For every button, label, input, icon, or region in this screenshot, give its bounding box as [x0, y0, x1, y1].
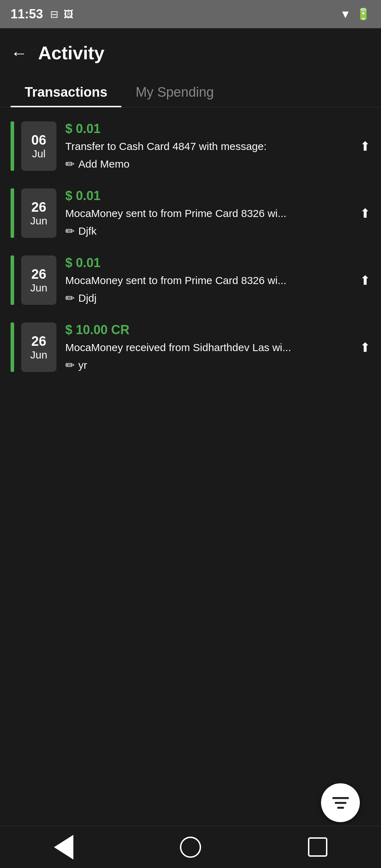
recent-nav-icon: [308, 837, 327, 857]
edit-icon: ✏: [65, 157, 75, 171]
cloud-upload-icon[interactable]: ⬆: [360, 340, 370, 355]
transaction-amount: $ 10.00 CR: [65, 323, 370, 337]
status-bar: 11:53 ⊟ 🖼 ▼ 🔋: [0, 0, 381, 28]
transaction-details: $ 0.01 MocaMoney sent to from Prime Card…: [65, 188, 370, 238]
date-day: 26: [31, 334, 46, 349]
nav-home-button[interactable]: [176, 833, 205, 861]
date-badge: 26 Jun: [21, 188, 56, 238]
cloud-upload-icon[interactable]: ⬆: [360, 206, 370, 221]
memo-row[interactable]: ✏ yr: [65, 358, 370, 372]
filter-icon: [331, 793, 350, 813]
edit-icon: ✏: [65, 291, 75, 305]
wifi-icon: ▼: [340, 8, 351, 21]
nav-back-button[interactable]: [49, 833, 78, 861]
transaction-row: MocaMoney sent to from Prime Card 8326 w…: [65, 206, 370, 221]
transaction-details: $ 0.01 MocaMoney sent to from Prime Card…: [65, 255, 370, 305]
tab-bar: Transactions My Spending: [0, 78, 381, 107]
page-title: Activity: [38, 42, 104, 64]
back-button[interactable]: ←: [11, 43, 28, 63]
bottom-nav: [0, 826, 381, 868]
table-row: 26 Jun $ 0.01 MocaMoney sent to from Pri…: [0, 248, 381, 312]
date-month: Jun: [30, 349, 47, 361]
date-month: Jun: [30, 215, 47, 227]
transaction-row: Transfer to Cash Card 4847 with message:…: [65, 139, 370, 154]
transaction-row: MocaMoney sent to from Prime Card 8326 w…: [65, 273, 370, 288]
green-indicator: [11, 121, 14, 171]
date-day: 26: [31, 200, 46, 215]
transaction-details: $ 10.00 CR MocaMoney received from Sidha…: [65, 323, 370, 372]
battery-icon: 🔋: [356, 7, 370, 21]
date-badge: 26 Jun: [21, 255, 56, 305]
date-month: Jun: [30, 282, 47, 294]
memo-text: Djfk: [78, 225, 97, 237]
date-day: 26: [31, 267, 46, 282]
edit-icon: ✏: [65, 224, 75, 238]
memo-text: Add Memo: [78, 158, 129, 170]
back-nav-icon: [54, 835, 73, 860]
green-indicator: [11, 188, 14, 238]
transaction-desc: Transfer to Cash Card 4847 with message:: [65, 140, 355, 152]
date-day: 06: [31, 133, 46, 148]
header: ← Activity: [0, 28, 381, 71]
edit-icon: ✏: [65, 358, 75, 372]
transaction-desc: MocaMoney sent to from Prime Card 8326 w…: [65, 207, 355, 219]
memo-text: yr: [78, 359, 87, 371]
cloud-upload-icon[interactable]: ⬆: [360, 273, 370, 288]
memo-row[interactable]: ✏ Djdj: [65, 291, 370, 305]
home-nav-icon: [180, 837, 201, 858]
transaction-amount: $ 0.01: [65, 188, 370, 203]
transaction-amount: $ 0.01: [65, 121, 370, 136]
transaction-row: MocaMoney received from Sidharthdev Las …: [65, 340, 370, 355]
status-time: 11:53: [11, 7, 43, 22]
table-row: 26 Jun $ 10.00 CR MocaMoney received fro…: [0, 315, 381, 379]
nav-recent-button[interactable]: [303, 833, 332, 861]
transaction-desc: MocaMoney received from Sidharthdev Las …: [65, 342, 355, 354]
tab-transactions[interactable]: Transactions: [11, 78, 121, 107]
filter-fab-button[interactable]: [321, 783, 360, 822]
notification-icon: 🖼: [64, 8, 73, 20]
memo-row[interactable]: ✏ Djfk: [65, 224, 370, 238]
date-badge: 26 Jun: [21, 323, 56, 372]
transaction-desc: MocaMoney sent to from Prime Card 8326 w…: [65, 275, 355, 287]
green-indicator: [11, 255, 14, 305]
transaction-details: $ 0.01 Transfer to Cash Card 4847 with m…: [65, 121, 370, 171]
date-month: Jul: [32, 148, 46, 160]
status-left-icons: ⊟ 🖼: [50, 8, 73, 20]
cloud-upload-icon[interactable]: ⬆: [360, 139, 370, 154]
date-badge: 06 Jul: [21, 121, 56, 171]
tab-my-spending[interactable]: My Spending: [121, 78, 228, 107]
memo-row[interactable]: ✏ Add Memo: [65, 157, 370, 171]
transaction-amount: $ 0.01: [65, 255, 370, 270]
transaction-list: 06 Jul $ 0.01 Transfer to Cash Card 4847…: [0, 107, 381, 390]
status-right-icons: ▼ 🔋: [340, 7, 370, 21]
table-row: 06 Jul $ 0.01 Transfer to Cash Card 4847…: [0, 114, 381, 178]
sim-icon: ⊟: [50, 8, 58, 20]
memo-text: Djdj: [78, 292, 97, 304]
green-indicator: [11, 323, 14, 372]
table-row: 26 Jun $ 0.01 MocaMoney sent to from Pri…: [0, 181, 381, 245]
